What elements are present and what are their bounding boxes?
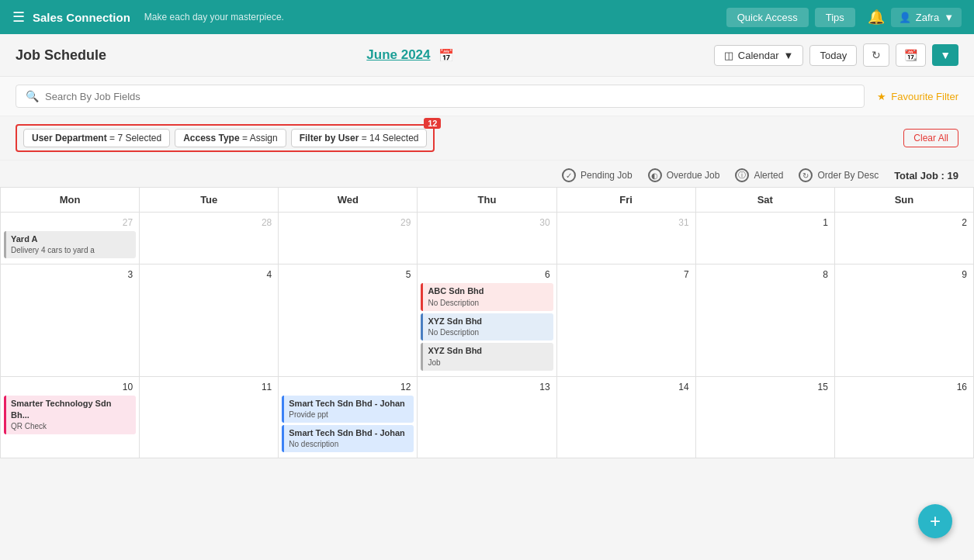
today-button[interactable]: Today	[809, 45, 857, 66]
event-title: XYZ Sdn Bhd	[428, 345, 548, 357]
filter-tag-user[interactable]: Filter by User = 14 Selected	[291, 129, 428, 147]
page-title: Job Schedule	[16, 47, 106, 64]
filter-count-badge: 12	[424, 118, 441, 129]
calendar-day-header: Tue	[140, 188, 279, 213]
calendar-cell[interactable]: 16	[834, 376, 973, 458]
refresh-button[interactable]: ↻	[863, 43, 889, 67]
cell-date: 27	[4, 216, 136, 231]
event-item[interactable]: Smarter Technology Sdn Bh...QR Check	[4, 396, 136, 435]
event-title: XYZ Sdn Bhd	[428, 316, 548, 327]
order-by-desc-filter[interactable]: ↻ Order By Desc	[799, 168, 879, 182]
calendar-cell[interactable]: 29	[279, 213, 418, 264]
cell-date: 9	[838, 268, 970, 283]
alerted-label: Alerted	[754, 170, 783, 181]
user-name: Zafra	[916, 12, 939, 23]
event-item[interactable]: ABC Sdn BhdNo Description	[421, 283, 553, 310]
calendar-cell[interactable]: 14	[556, 376, 695, 458]
event-item[interactable]: XYZ Sdn BhdNo Description	[421, 313, 553, 340]
calendar-cell[interactable]: 27Yard ADelivery 4 cars to yard a	[1, 213, 140, 264]
event-title: Smart Tech Sdn Bhd - Johan	[289, 427, 409, 439]
calendar-cell[interactable]: 13	[418, 376, 556, 458]
event-title: Smart Tech Sdn Bhd - Johan	[289, 398, 409, 410]
month-title[interactable]: June 2024	[366, 47, 430, 63]
user-menu-button[interactable]: 👤 Zafra ▼	[891, 8, 962, 27]
total-job-display: Total Job : 19	[894, 170, 958, 181]
calendar-cell[interactable]: 6ABC Sdn BhdNo DescriptionXYZ Sdn BhdNo …	[418, 264, 556, 376]
calendar-week-row: 3456ABC Sdn BhdNo DescriptionXYZ Sdn Bhd…	[1, 264, 974, 376]
calendar-cell[interactable]: 28	[140, 213, 279, 264]
calendar-week-row: 27Yard ADelivery 4 cars to yard a2829303…	[1, 213, 974, 264]
filter-tag-department[interactable]: User Department = 7 Selected	[23, 129, 170, 147]
calendar-day-header: Mon	[1, 188, 140, 213]
search-input-wrap: 🔍	[16, 85, 865, 108]
calendar-cell[interactable]: 30	[418, 213, 556, 264]
calendar-cell[interactable]: 9	[834, 264, 973, 376]
cell-date: 4	[143, 268, 275, 283]
cell-date: 29	[282, 216, 414, 231]
cell-date: 3	[4, 268, 136, 283]
calendar-day-header: Sun	[834, 188, 973, 213]
view-selector-button[interactable]: ◫ Calendar ▼	[714, 45, 804, 66]
calendar-cell[interactable]: 12Smart Tech Sdn Bhd - JohanProvide pptS…	[279, 376, 418, 458]
order-desc-icon: ↻	[799, 168, 813, 182]
favourite-filter-button[interactable]: ★ Favourite Filter	[877, 91, 958, 102]
event-title: ABC Sdn Bhd	[428, 285, 548, 297]
cell-date: 2	[838, 216, 970, 231]
filter-tags-group: 12 User Department = 7 Selected Access T…	[16, 124, 435, 152]
calendar-day-header: Fri	[556, 188, 695, 213]
star-icon: ★	[877, 91, 886, 102]
calendar-cell[interactable]: 7	[556, 264, 695, 376]
cell-date: 5	[282, 268, 414, 283]
calendar-cell[interactable]: 11	[140, 376, 279, 458]
cell-date: 14	[560, 380, 692, 396]
brand-name: Sales Connection	[33, 11, 130, 24]
tips-button[interactable]: Tips	[815, 8, 855, 27]
cell-date: 1	[699, 216, 831, 231]
cell-date: 10	[4, 380, 136, 396]
quick-access-button[interactable]: Quick Access	[726, 8, 809, 27]
calendar-cell[interactable]: 2	[834, 213, 973, 264]
calendar-cell[interactable]: 8	[695, 264, 834, 376]
calendar-cell[interactable]: 1	[695, 213, 834, 264]
view-label: Calendar	[738, 50, 779, 61]
filter-active-button[interactable]: ▼	[932, 44, 958, 66]
cell-date: 11	[143, 380, 275, 396]
alerted-filter[interactable]: ⓘ Alerted	[735, 168, 783, 182]
calendar-cell[interactable]: 15	[695, 376, 834, 458]
alerted-icon: ⓘ	[735, 168, 749, 182]
search-input[interactable]	[45, 91, 854, 102]
event-desc: No Description	[428, 298, 548, 309]
event-item[interactable]: XYZ Sdn BhdJob	[421, 343, 553, 370]
date-range-button[interactable]: 📆	[896, 43, 926, 67]
event-item[interactable]: Yard ADelivery 4 cars to yard a	[4, 231, 136, 258]
filter-tag-access-type[interactable]: Access Type = Assign	[175, 129, 286, 147]
cell-date: 16	[838, 380, 970, 396]
calendar-cell[interactable]: 4	[140, 264, 279, 376]
calendar-day-header: Wed	[279, 188, 418, 213]
calendar-cell[interactable]: 5	[279, 264, 418, 376]
event-title: Yard A	[11, 233, 131, 245]
calendar-day-header: Thu	[418, 188, 556, 213]
calendar-cell[interactable]: 10Smarter Technology Sdn Bh...QR Check	[1, 376, 140, 458]
hamburger-icon[interactable]: ☰	[12, 9, 25, 26]
event-item[interactable]: Smart Tech Sdn Bhd - JohanNo description	[282, 425, 414, 452]
calendar-cell[interactable]: 3	[1, 264, 140, 376]
search-icon: 🔍	[26, 90, 39, 102]
tagline: Make each day your masterpiece.	[144, 12, 284, 22]
page-header: Job Schedule June 2024 📅 ◫ Calendar ▼ To…	[0, 34, 974, 77]
search-bar: 🔍 ★ Favourite Filter	[0, 77, 974, 116]
pending-job-filter[interactable]: ✓ Pending Job	[562, 168, 633, 182]
cell-date: 28	[143, 216, 275, 231]
chevron-down-icon: ▼	[944, 12, 954, 23]
cell-date: 15	[699, 380, 831, 396]
calendar-picker-icon[interactable]: 📅	[438, 48, 454, 63]
favourite-label: Favourite Filter	[891, 91, 958, 102]
pending-job-icon: ✓	[562, 168, 576, 182]
cell-date: 13	[421, 380, 553, 396]
clear-all-button[interactable]: Clear All	[903, 129, 958, 147]
bell-icon[interactable]: 🔔	[868, 9, 885, 26]
overdue-job-filter[interactable]: ◐ Overdue Job	[648, 168, 720, 182]
calendar-cell[interactable]: 31	[556, 213, 695, 264]
event-item[interactable]: Smart Tech Sdn Bhd - JohanProvide ppt	[282, 396, 414, 423]
cell-date: 6	[421, 268, 553, 283]
